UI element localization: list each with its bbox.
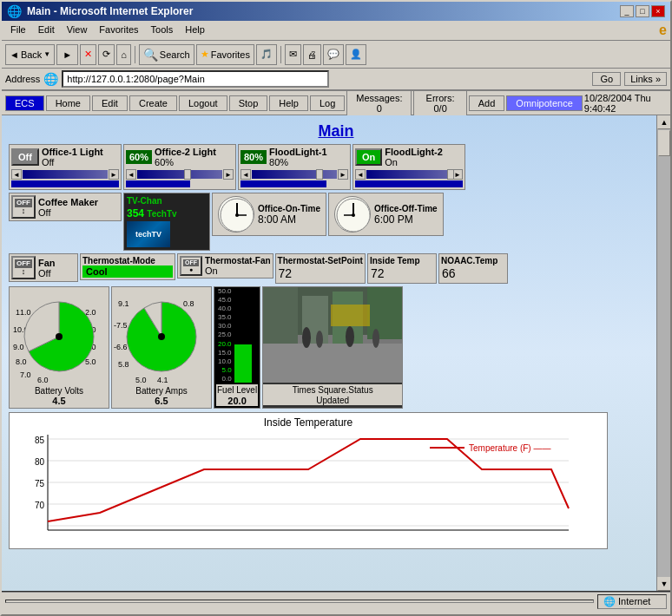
tab-logout[interactable]: Logout	[179, 95, 227, 111]
thermo-fan-label: Thermostat-Fan	[205, 256, 271, 265]
tab-edit[interactable]: Edit	[92, 95, 128, 111]
svg-point-28	[158, 333, 165, 340]
chart-title: Inside Temperature	[13, 416, 603, 429]
battery-amps-svg: 9.1 -7.5 -6.6 5.8 5.0 4.1 0.8 1.6 3.3	[114, 289, 209, 384]
svg-text:70: 70	[35, 501, 45, 510]
browser-window: 🌐 Main - Microsoft Internet Explorer _ □…	[0, 0, 672, 616]
fan-toggle-box[interactable]: OFF ↕	[11, 256, 36, 279]
svg-text:9.1: 9.1	[118, 299, 129, 308]
title-bar: 🌐 Main - Microsoft Internet Explorer _ □…	[2, 2, 670, 21]
home-button[interactable]: ⌂	[116, 44, 131, 65]
window-title: Main - Microsoft Internet Explorer	[27, 5, 193, 17]
office1-left-arrow[interactable]: ◄	[11, 169, 22, 180]
favorites-button[interactable]: ★ Favorites	[196, 44, 254, 65]
svg-point-37	[316, 331, 323, 348]
tab-messages[interactable]: Messages: 0	[346, 90, 412, 116]
battery-amps-gauge: 9.1 -7.5 -6.6 5.8 5.0 4.1 0.8 1.6 3.3	[111, 286, 212, 409]
toolbar: ◄ Back ▼ ► ✕ ⟳ ⌂ 🔍 Search ★ Favorites 🎵 …	[2, 41, 670, 69]
discuss-button[interactable]: 💬	[323, 44, 344, 65]
floodlight2-toggle[interactable]: On	[355, 148, 382, 166]
tab-ecs[interactable]: ECS	[5, 95, 44, 111]
maximize-button[interactable]: □	[636, 5, 649, 17]
flood1-name: FloodLight-1	[269, 147, 327, 157]
office1-state: Off	[42, 157, 103, 167]
messenger-button[interactable]: 👤	[346, 44, 366, 65]
svg-text:-7.5: -7.5	[114, 321, 128, 330]
svg-text:11.0: 11.0	[16, 308, 31, 317]
svg-text:9.0: 9.0	[13, 343, 24, 351]
office1-right-arrow[interactable]: ►	[109, 169, 119, 180]
gauges-row: 11.0 10.0 9.0 8.0 7.0 6.0 2.0 3.0 4.0 5.…	[9, 286, 663, 409]
battery-volts-svg: 11.0 10.0 9.0 8.0 7.0 6.0 2.0 3.0 4.0 5.…	[11, 289, 107, 384]
print-button[interactable]: 🖨	[303, 44, 321, 65]
fuel-bars-container: 50.045.040.035.030.025.020.015.010.05.00…	[216, 289, 258, 384]
office-on-time-block: Office-On-Time 8:00 AM	[212, 193, 326, 236]
office2-right-arrow[interactable]: ►	[223, 169, 234, 180]
star-icon: ★	[201, 49, 209, 60]
tab-errors[interactable]: Errors: 0/0	[413, 90, 466, 116]
address-input[interactable]	[62, 70, 329, 88]
coffee-toggle-box[interactable]: OFF ↕	[11, 195, 36, 219]
menu-edit[interactable]: Edit	[33, 23, 60, 38]
battery-volts-gauge: 11.0 10.0 9.0 8.0 7.0 6.0 2.0 3.0 4.0 5.…	[9, 286, 109, 409]
battery-amps-title: Battery Amps	[114, 386, 209, 396]
search-label: Search	[160, 49, 190, 60]
svg-rect-32	[263, 287, 298, 344]
menu-tools[interactable]: Tools	[146, 23, 179, 38]
links-button[interactable]: Links »	[624, 72, 667, 86]
tab-help[interactable]: Help	[269, 95, 308, 111]
back-button[interactable]: ◄ Back ▼	[5, 44, 55, 65]
thermostat-setpoint-block: Thermostat-SetPoint 72	[275, 253, 366, 284]
inside-temp-block: Inside Temp 72	[367, 253, 437, 284]
go-button[interactable]: Go	[592, 72, 621, 86]
coffee-maker-state: Off	[38, 207, 98, 218]
tab-stop[interactable]: Stop	[229, 95, 268, 111]
tab-create[interactable]: Create	[129, 95, 177, 111]
main-content-area: Main Off Office-1 Light Off ◄	[2, 115, 670, 591]
office2-light-block: 60% Office-2 Light 60% ◄ ►	[123, 144, 236, 190]
svg-point-3	[235, 213, 239, 217]
office1-toggle[interactable]: Off	[11, 148, 39, 166]
media-button[interactable]: 🎵	[256, 44, 277, 65]
menu-favorites[interactable]: Favorites	[94, 23, 143, 38]
office-off-clock	[334, 196, 371, 233]
window-controls[interactable]: _ □ ×	[620, 5, 665, 17]
flood1-state: 80%	[269, 157, 327, 167]
fan-block: OFF ↕ Fan Off	[9, 253, 78, 282]
tab-add[interactable]: Add	[469, 95, 505, 111]
back-arrow-icon: ◄	[10, 49, 19, 60]
svg-text:5.8: 5.8	[118, 360, 129, 369]
office2-left-arrow[interactable]: ◄	[126, 169, 136, 180]
svg-text:5.0: 5.0	[135, 376, 147, 384]
sep2	[280, 46, 281, 63]
menu-help[interactable]: Help	[180, 23, 210, 38]
content-inner: Main Off Office-1 Light Off ◄	[2, 115, 670, 553]
appliances-row: OFF ↕ Coffee Maker Off TV-Chan 354 TechT…	[9, 193, 663, 251]
fan-name: Fan	[38, 258, 56, 268]
thermo-mode-label: Thermostat-Mode	[82, 256, 173, 265]
coffee-maker-name: Coffee Maker	[38, 197, 98, 207]
coffee-maker-block: OFF ↕ Coffee Maker Off	[9, 193, 122, 221]
scroll-down-button[interactable]: ▼	[657, 577, 670, 591]
flood1-right-arrow[interactable]: ►	[338, 169, 348, 180]
svg-point-18	[56, 333, 63, 340]
status-bar: 🌐 Internet	[2, 591, 670, 610]
close-button[interactable]: ×	[651, 5, 665, 17]
flood2-left-arrow[interactable]: ◄	[355, 169, 366, 180]
svg-text:-6.6: -6.6	[114, 343, 128, 351]
tab-home[interactable]: Home	[46, 95, 90, 111]
menu-view[interactable]: View	[62, 23, 93, 38]
mail-button[interactable]: ✉	[285, 44, 301, 65]
battery-volts-value: 4.5	[11, 396, 107, 406]
flood1-left-arrow[interactable]: ◄	[240, 169, 251, 180]
search-button[interactable]: 🔍 Search	[139, 44, 194, 65]
stop-button[interactable]: ✕	[80, 44, 96, 65]
minimize-button[interactable]: _	[620, 5, 634, 17]
menu-file[interactable]: File	[5, 23, 31, 38]
refresh-button[interactable]: ⟳	[98, 44, 115, 65]
fuel-level-value: 20.0	[216, 396, 258, 406]
forward-button[interactable]: ►	[56, 44, 78, 65]
thermo-fan-toggle[interactable]: OFF ●	[180, 256, 202, 276]
tab-log[interactable]: Log	[310, 95, 345, 111]
tab-omnipotence[interactable]: Omnipotence	[506, 95, 582, 111]
